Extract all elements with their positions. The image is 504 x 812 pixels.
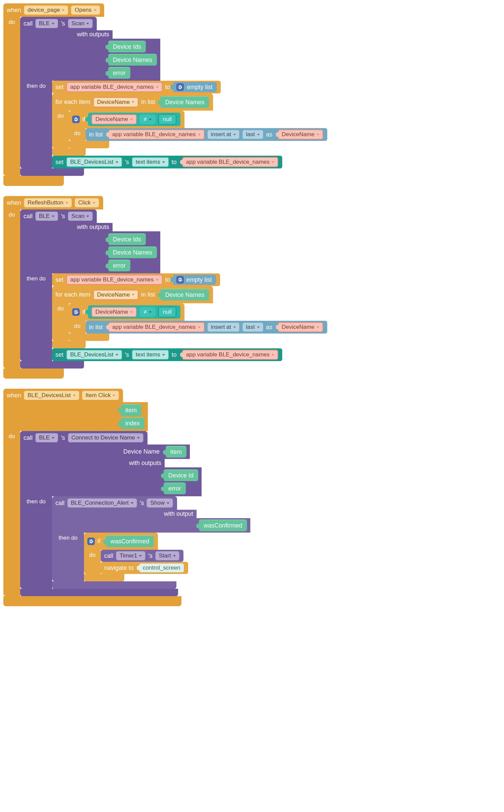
scan-dropdown[interactable]: Scan [68,19,93,28]
list-target[interactable]: app variable BLE_device_names [108,129,205,140]
set-variable-block[interactable]: set app variable BLE_device_names to emp… [52,81,221,93]
call-ble-scan[interactable]: call BLE 's Scan [20,17,97,30]
output-device-ids[interactable]: Device Ids [108,41,146,52]
gear-icon[interactable] [72,308,80,316]
set-list-items-block[interactable]: set BLE_DevicesList 's text items to app… [52,156,282,168]
when-event-dropdown[interactable]: Opens [71,5,100,15]
list-position[interactable]: last [242,130,263,139]
call-timer-start[interactable]: call Timer1 's Start [101,550,183,562]
loop-var-dropdown[interactable]: DeviceName [93,97,138,107]
when-keyword: when [7,7,21,14]
output-index[interactable]: index [121,417,144,429]
call-ble-connect[interactable]: call BLE 's Connect to Device Name [20,431,148,444]
when-ble-deviceslist-itemclick[interactable]: when BLE_DevicesList Item Click item ind… [3,389,250,606]
when-device-page-block[interactable]: when device_page Opens do call BLE 's Sc… [3,3,327,186]
output-error[interactable]: error [164,482,186,494]
output-item[interactable]: item [121,404,141,416]
when-reflesh-button-block[interactable]: when RefleshButton Click do call BLE 's … [3,196,327,379]
loop-list-arg[interactable]: Device Names [160,96,209,108]
null-literal[interactable]: null [158,114,176,125]
compare-op[interactable]: ≠ [139,115,155,124]
device-name-param-label: Device Name [123,448,160,455]
list-value[interactable]: DeviceName [278,129,323,140]
gear-icon[interactable] [176,83,184,91]
list-insert-block[interactable]: in list app variable BLE_device_names in… [86,128,327,141]
list-op[interactable]: insert at [207,130,240,139]
variable-dropdown[interactable]: app variable BLE_device_names [66,82,163,92]
component-dropdown[interactable]: BLE_DevicesList [66,157,122,167]
when-event-dropdown[interactable]: Click [75,198,99,207]
gear-icon[interactable] [72,116,80,123]
output-device-names[interactable]: Device Names [108,54,157,66]
call-alert-show[interactable]: call BLE_Connection_Alert 's Show [52,496,177,510]
ble-dropdown[interactable]: BLE [35,19,58,28]
empty-list-block[interactable]: empty list [173,82,217,92]
property-dropdown[interactable]: text items [132,157,169,167]
if-block[interactable]: if DeviceName ≠ null [69,111,184,128]
gear-icon[interactable] [176,276,184,283]
call-ble-scan[interactable]: call BLE 's Scan [20,209,97,223]
output-device-id[interactable]: Device Id [164,469,198,481]
navigate-to-block[interactable]: navigate to control_screen [101,562,188,574]
screen-selector[interactable]: control_screen [139,563,184,573]
for-each-block[interactable]: for each item DeviceName in list Device … [52,93,213,111]
output-wasconfirmed[interactable]: wasConfirmed [199,519,247,531]
compare-block[interactable]: DeviceName ≠ null [88,113,180,126]
value-dropdown[interactable]: app variable BLE_device_names [182,157,279,167]
output-error[interactable]: error [108,67,130,79]
compare-left[interactable]: DeviceName [91,114,137,124]
do-rail: do [3,17,20,176]
if-wasconfirmed[interactable]: if wasConfirmed [84,533,158,550]
when-target-dropdown[interactable]: RefleshButton [24,198,72,207]
when-target-dropdown[interactable]: device_page [24,5,68,15]
then-do-rail: then do [20,81,52,168]
with-outputs-label: with outputs [77,31,109,38]
gear-icon[interactable] [87,538,95,545]
